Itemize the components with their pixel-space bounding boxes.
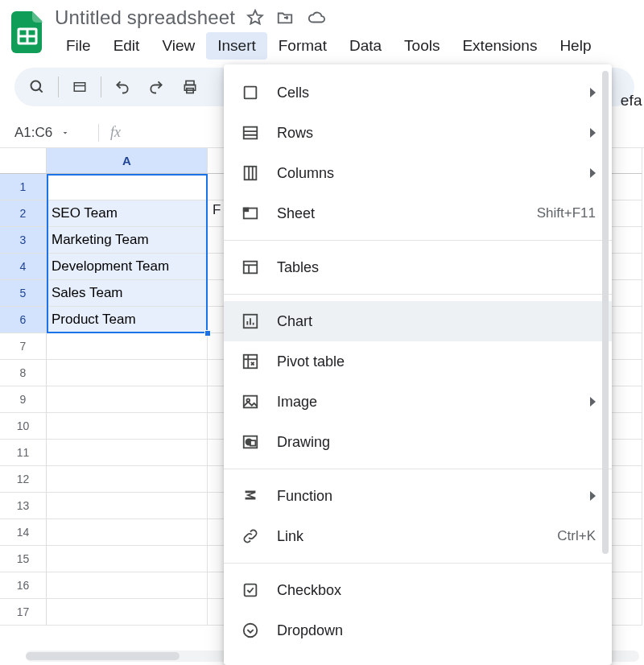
menu-data[interactable]: Data xyxy=(338,32,393,60)
menu-view[interactable]: View xyxy=(151,32,206,60)
cell[interactable] xyxy=(47,493,208,519)
menu-item-dropdown[interactable]: Dropdown xyxy=(224,610,612,651)
cell[interactable] xyxy=(47,413,208,440)
row-header[interactable]: 14 xyxy=(0,519,47,546)
cell[interactable] xyxy=(47,174,208,200)
pivot-icon xyxy=(240,353,261,370)
menu-item-columns[interactable]: Columns xyxy=(224,153,612,193)
drawing-icon xyxy=(240,433,261,451)
menu-item-drawing[interactable]: Drawing xyxy=(224,422,612,462)
svg-point-3 xyxy=(31,81,41,91)
search-button[interactable] xyxy=(21,71,53,103)
row-header[interactable]: 11 xyxy=(0,440,47,466)
menu-item-link[interactable]: LinkCtrl+K xyxy=(224,516,612,556)
menu-separator xyxy=(224,469,612,469)
row-header[interactable]: 13 xyxy=(0,493,47,519)
menu-item-function[interactable]: Function xyxy=(224,476,612,516)
menu-extensions[interactable]: Extensions xyxy=(451,32,548,60)
menu-edit[interactable]: Edit xyxy=(102,32,151,60)
row-header[interactable]: 7 xyxy=(0,333,47,360)
menu-item-cells[interactable]: Cells xyxy=(224,72,612,113)
redo-button[interactable] xyxy=(140,71,172,103)
svg-line-4 xyxy=(39,89,43,93)
menu-item-checkbox[interactable]: Checkbox xyxy=(224,570,612,610)
cloud-status-icon[interactable] xyxy=(306,9,327,27)
move-folder-icon[interactable] xyxy=(275,9,295,27)
svg-rect-11 xyxy=(244,127,258,139)
menu-item-chart[interactable]: Chart xyxy=(224,301,612,341)
cell[interactable]: Development Team xyxy=(47,254,208,280)
cell[interactable]: SEO Team xyxy=(47,200,208,227)
cell[interactable] xyxy=(47,466,208,493)
cell[interactable]: Sales Team xyxy=(47,280,208,307)
sheets-logo-icon[interactable] xyxy=(10,11,45,53)
column-header-A[interactable]: A xyxy=(47,148,208,174)
cell[interactable]: Marketing Team xyxy=(47,227,208,254)
cell[interactable] xyxy=(47,599,208,626)
menu-item-label: Tables xyxy=(277,259,596,276)
image-icon xyxy=(240,393,261,411)
cell[interactable] xyxy=(47,546,208,572)
cell[interactable] xyxy=(47,360,208,386)
row-header[interactable]: 17 xyxy=(0,599,47,626)
cell[interactable] xyxy=(47,333,208,360)
menu-item-sheet[interactable]: SheetShift+F11 xyxy=(224,193,612,233)
sheet-icon xyxy=(240,204,261,222)
row-header[interactable]: 9 xyxy=(0,386,47,413)
cell[interactable] xyxy=(47,519,208,546)
row-header[interactable]: 2 xyxy=(0,200,47,227)
fx-icon: fx xyxy=(110,124,121,141)
undo-button[interactable] xyxy=(106,71,138,103)
svg-rect-29 xyxy=(244,396,258,408)
svg-rect-14 xyxy=(245,167,257,180)
row-header[interactable]: 4 xyxy=(0,254,47,280)
menu-file[interactable]: File xyxy=(55,32,102,60)
menus-icon[interactable] xyxy=(64,71,96,103)
menu-item-pivot-table[interactable]: Pivot table xyxy=(224,341,612,382)
print-button[interactable] xyxy=(174,71,206,103)
menu-item-label: Drawing xyxy=(277,434,596,451)
star-icon[interactable] xyxy=(246,9,264,27)
name-box[interactable]: A1:C6 xyxy=(10,125,90,141)
cell[interactable] xyxy=(47,572,208,599)
svg-rect-18 xyxy=(244,209,249,212)
row-header[interactable]: 12 xyxy=(0,466,47,493)
row-header[interactable]: 16 xyxy=(0,572,47,599)
columns-icon xyxy=(240,164,261,182)
row-header[interactable]: 3 xyxy=(0,227,47,254)
cell[interactable]: Product Team xyxy=(47,307,208,333)
row-header[interactable]: 8 xyxy=(0,360,47,386)
cell[interactable] xyxy=(47,386,208,413)
menu-help[interactable]: Help xyxy=(548,32,602,60)
row-header[interactable]: 10 xyxy=(0,413,47,440)
separator xyxy=(98,124,99,142)
menu-separator xyxy=(224,563,612,564)
row-header[interactable]: 1 xyxy=(0,174,47,200)
chart-icon xyxy=(240,312,261,330)
menu-item-label: Image xyxy=(277,394,574,411)
chevron-down-icon xyxy=(60,128,70,138)
menu-separator xyxy=(224,294,612,295)
menu-item-rows[interactable]: Rows xyxy=(224,113,612,153)
title-bar: Untitled spreadsheet File Edit View Inse… xyxy=(0,0,644,60)
menu-item-label: Link xyxy=(277,528,541,545)
select-all-corner[interactable] xyxy=(0,148,47,174)
row-header[interactable]: 15 xyxy=(0,546,47,572)
row-header[interactable]: 6 xyxy=(0,307,47,333)
submenu-arrow-icon xyxy=(590,397,596,407)
menu-tools[interactable]: Tools xyxy=(393,32,451,60)
submenu-arrow-icon xyxy=(590,88,596,97)
menu-item-image[interactable]: Image xyxy=(224,382,612,422)
dropdown-scrollbar[interactable] xyxy=(602,71,609,554)
scrollbar-thumb[interactable] xyxy=(26,652,180,660)
menu-insert[interactable]: Insert xyxy=(206,32,267,60)
link-icon xyxy=(240,527,261,545)
name-box-value: A1:C6 xyxy=(14,125,52,141)
document-title[interactable]: Untitled spreadsheet xyxy=(55,6,235,29)
row-header[interactable]: 5 xyxy=(0,280,47,307)
submenu-arrow-icon xyxy=(590,168,596,178)
menu-format[interactable]: Format xyxy=(267,32,338,60)
menu-item-tables[interactable]: Tables xyxy=(224,247,612,287)
cell[interactable] xyxy=(47,440,208,466)
autofill-handle[interactable] xyxy=(204,330,211,337)
